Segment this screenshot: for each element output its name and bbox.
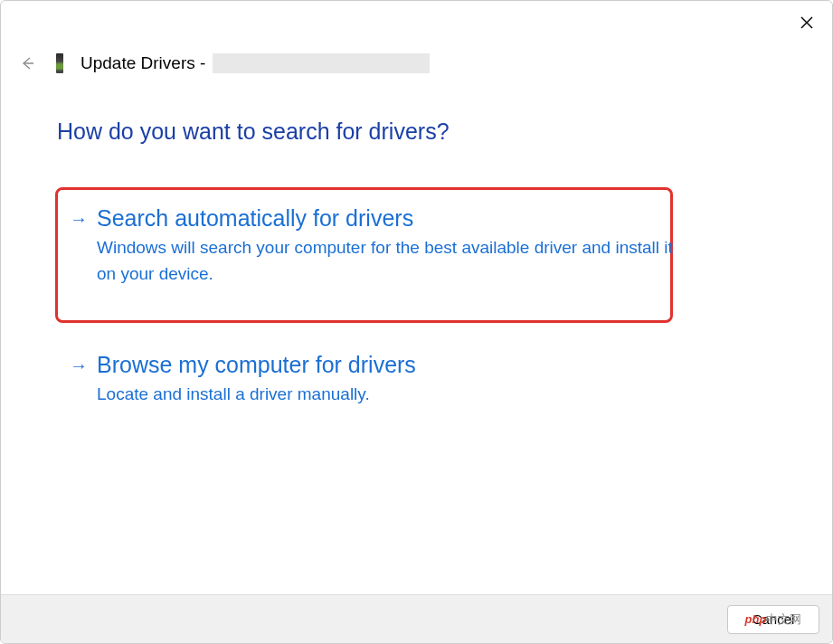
back-arrow-icon <box>19 55 35 71</box>
cancel-label: Cancel <box>753 611 795 627</box>
back-button[interactable] <box>15 52 39 75</box>
main-heading: How do you want to search for drivers? <box>57 118 450 145</box>
option-title: Search automatically for drivers <box>97 205 413 232</box>
device-icon <box>52 52 68 75</box>
close-button[interactable] <box>794 10 819 35</box>
option-title-row: → Browse my computer for drivers <box>70 352 776 378</box>
redacted-device-name <box>213 53 430 73</box>
option-title: Browse my computer for drivers <box>97 352 416 378</box>
option-title-row: → Search automatically for drivers <box>70 205 776 232</box>
option-description: Locate and install a driver manually. <box>97 382 676 408</box>
cancel-button[interactable]: Cancel php中文网 <box>727 605 819 634</box>
close-icon <box>800 16 813 29</box>
option-search-automatically[interactable]: → Search automatically for drivers Windo… <box>57 198 776 294</box>
window-title: Update Drivers - <box>80 53 430 74</box>
header-row: Update Drivers - <box>15 52 430 75</box>
option-browse-computer[interactable]: → Browse my computer for drivers Locate … <box>57 345 776 415</box>
arrow-right-icon: → <box>70 356 88 374</box>
footer-bar: Cancel php中文网 <box>1 594 832 643</box>
option-description: Windows will search your computer for th… <box>97 235 676 287</box>
window-title-prefix: Update Drivers - <box>80 53 211 72</box>
arrow-right-icon: → <box>70 210 88 228</box>
